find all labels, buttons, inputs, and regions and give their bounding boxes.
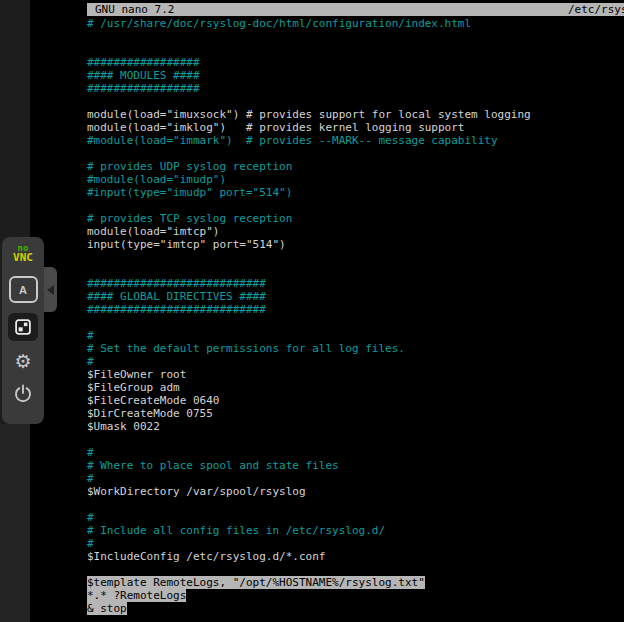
terminal-line: # (87, 472, 624, 485)
terminal-line (87, 264, 624, 277)
terminal-line (87, 563, 624, 576)
terminal-line (87, 43, 624, 56)
terminal-line: ################# (87, 56, 624, 69)
a-key-icon: A (19, 284, 27, 296)
terminal-line: # (87, 329, 624, 342)
terminal-line: ########################### (87, 303, 624, 316)
extra-keys-button[interactable]: A (9, 276, 38, 303)
terminal-line: # (87, 511, 624, 524)
terminal-line: ########################### (87, 277, 624, 290)
terminal-line (87, 30, 624, 43)
nano-filename-label: /etc/rsyslog. (568, 3, 624, 16)
collapse-left-icon (47, 285, 54, 295)
terminal-line (87, 433, 624, 446)
terminal-line: # /usr/share/doc/rsyslog-doc/html/config… (87, 17, 624, 30)
terminal-line: #module(load="imudp") (87, 173, 624, 186)
terminal-line: #module(load="immark") # provides --MARK… (87, 134, 624, 147)
terminal-line (87, 251, 624, 264)
nano-version-label: GNU nano 7.2 (87, 3, 174, 16)
terminal-line: $IncludeConfig /etc/rsyslog.d/*.conf (87, 550, 624, 563)
power-icon (12, 382, 34, 404)
terminal-line: $template RemoteLogs, "/opt/%HOSTNAME%/r… (87, 576, 624, 589)
control-bar-handle[interactable] (44, 267, 57, 312)
terminal-line: $WorkDirectory /var/spool/rsyslog (87, 485, 624, 498)
terminal-line: $FileCreateMode 0640 (87, 394, 624, 407)
terminal-line: $Umask 0022 (87, 420, 624, 433)
fullscreen-button[interactable] (8, 313, 38, 341)
terminal-line: module(load="imklog") # provides kernel … (87, 121, 624, 134)
terminal-line: input(type="imtcp" port="514") (87, 238, 624, 251)
terminal-line: # Include all config files in /etc/rsysl… (87, 524, 624, 537)
novnc-page: GNU nano 7.2 /etc/rsyslog. # /usr/share/… (0, 0, 624, 622)
terminal-line (87, 498, 624, 511)
terminal-line: module(load="imuxsock") # provides suppo… (87, 108, 624, 121)
disconnect-button[interactable] (10, 380, 36, 406)
novnc-control-bar: no VNC A ⚙ (2, 237, 44, 424)
novnc-logo: no VNC (13, 244, 33, 262)
fullscreen-icon (15, 319, 31, 335)
terminal-line: # (87, 446, 624, 459)
terminal-line: # provides TCP syslog reception (87, 212, 624, 225)
gear-icon: ⚙ (14, 349, 31, 373)
terminal-line (87, 199, 624, 212)
terminal-line: #input(type="imudp" port="514") (87, 186, 624, 199)
terminal-line: $FileOwner root (87, 368, 624, 381)
terminal-line: & stop (87, 602, 624, 615)
novnc-logo-vnc: VNC (13, 253, 33, 262)
terminal-line: # (87, 355, 624, 368)
terminal-line: # provides UDP syslog reception (87, 160, 624, 173)
terminal-line: #### MODULES #### (87, 69, 624, 82)
terminal-line: $DirCreateMode 0755 (87, 407, 624, 420)
terminal-line (87, 147, 624, 160)
nano-titlebar: GNU nano 7.2 /etc/rsyslog. (87, 3, 624, 16)
vnc-remote-screen[interactable]: GNU nano 7.2 /etc/rsyslog. # /usr/share/… (30, 0, 624, 622)
terminal-line: #### GLOBAL DIRECTIVES #### (87, 290, 624, 303)
terminal-line (87, 95, 624, 108)
terminal-line: # Set the default permissions for all lo… (87, 342, 624, 355)
terminal-lines: # /usr/share/doc/rsyslog-doc/html/config… (87, 16, 624, 615)
terminal-line: *.* ?RemoteLogs (87, 589, 624, 602)
settings-button[interactable]: ⚙ (10, 349, 36, 373)
terminal-line: # Where to place spool and state files (87, 459, 624, 472)
terminal-line: # (87, 537, 624, 550)
terminal-line: ################# (87, 82, 624, 95)
terminal-line: $FileGroup adm (87, 381, 624, 394)
nano-editor: GNU nano 7.2 /etc/rsyslog. # /usr/share/… (87, 3, 624, 615)
terminal-line (87, 316, 624, 329)
terminal-line: module(load="imtcp") (87, 225, 624, 238)
